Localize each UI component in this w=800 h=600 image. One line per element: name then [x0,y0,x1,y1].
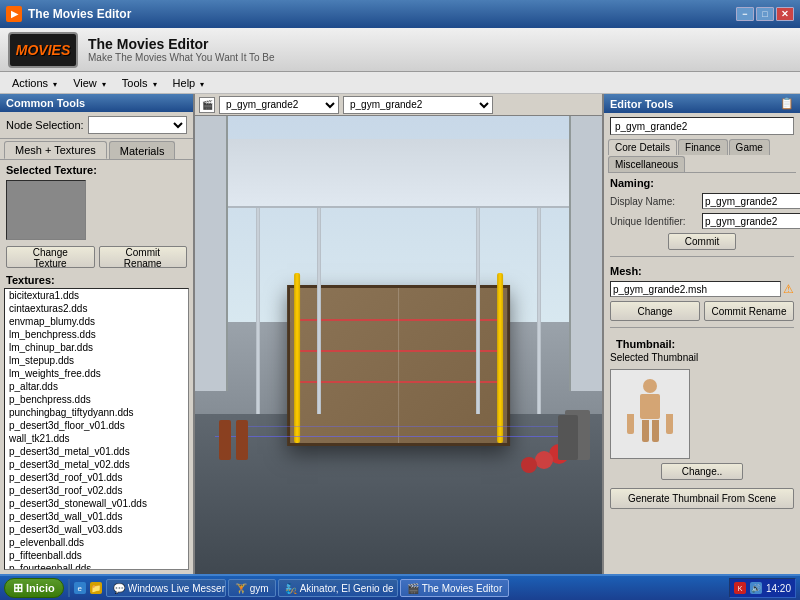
thumbnail-change-button[interactable]: Change.. [661,463,744,480]
texture-list-item[interactable]: p_desert3d_floor_v01.dds [5,419,188,432]
editor-search-input[interactable] [610,117,794,135]
texture-list-item[interactable]: p_desert3d_roof_v02.dds [5,484,188,497]
viewport-dropdown2[interactable]: p_gym_grande2 [343,96,493,114]
texture-list-item[interactable]: p_desert3d_metal_v01.dds [5,445,188,458]
texture-preview [6,180,86,240]
taskbar-item-messenger[interactable]: 💬 Windows Live Messen... [106,579,226,597]
texture-list-item[interactable]: p_desert3d_stonewall_v01.dds [5,497,188,510]
logo-text: MOVIES [16,42,70,58]
texture-list-item[interactable]: p_altar.dds [5,380,188,393]
texture-list-item[interactable]: bicitextura1.dds [5,289,188,302]
menu-view[interactable]: View ▾ [65,75,114,91]
tab-core-details[interactable]: Core Details [608,139,677,155]
naming-section-header: Naming: [604,173,800,191]
left-tabs-area: Mesh + Textures Materials [0,139,193,160]
commit-rename-texture-button[interactable]: CommitRename [99,246,188,268]
editor-tools-label: Editor Tools [610,98,673,110]
char-arm-left [627,414,634,434]
maximize-button[interactable]: □ [756,7,774,21]
taskbar-item-akinator-label: Akinator, El Genio de ... [300,583,398,594]
unique-id-row: Unique Identifier: ⚠ [604,211,800,231]
taskbar-clock: 14:20 [766,583,791,594]
app-subtitle: Make The Movies What You Want It To Be [88,52,275,63]
tray-kaspersky-icon: K [734,582,746,594]
menu-actions[interactable]: Actions ▾ [4,75,65,91]
texture-list-item[interactable]: lm_weights_free.dds [5,367,188,380]
system-tray: K 🔊 14:20 [729,578,796,598]
app-logo: MOVIES [8,32,78,68]
texture-list-item[interactable]: p_desert3d_wall_v03.dds [5,523,188,536]
mesh-commit-rename-button[interactable]: Commit Rename [704,301,794,321]
mesh-divider [610,327,794,328]
minimize-button[interactable]: − [736,7,754,21]
quicklaunch-folder-icon[interactable]: 📁 [90,582,102,594]
taskbar-item-messenger-icon: 💬 [113,583,125,594]
texture-list-item[interactable]: cintaexturas2.dds [5,302,188,315]
texture-list[interactable]: bicitextura1.ddscintaexturas2.ddsenvmap_… [4,288,189,570]
unique-id-input[interactable] [702,213,800,229]
char-arm-right [666,414,673,434]
display-name-input[interactable] [702,193,800,209]
window-controls: − □ ✕ [736,7,794,21]
char-torso [635,394,665,419]
texture-list-item[interactable]: p_desert3d_roof_v01.dds [5,471,188,484]
start-button[interactable]: ⊞ Inicio [4,578,64,598]
naming-commit-button[interactable]: Commit [668,233,736,250]
menu-help[interactable]: Help ▾ [165,75,213,91]
taskbar-item-gym-label: gym [250,583,269,594]
editor-tabs: Core Details Finance Game Miscellaneous [604,139,800,172]
right-panel: Editor Tools 📋 Core Details Finance Game… [602,94,800,574]
taskbar: ⊞ Inicio e 📁 💬 Windows Live Messen... 🏋 … [0,574,800,600]
texture-list-item[interactable]: p_fifteenball.dds [5,549,188,562]
selected-thumbnail-label: Selected Thumbnail [610,352,794,365]
scene-view [195,116,602,574]
change-texture-button[interactable]: ChangeTexture [6,246,95,268]
texture-list-item[interactable]: p_benchpress.dds [5,393,188,406]
right-panel-header: Editor Tools 📋 [604,94,800,113]
texture-list-item[interactable]: lm_benchpress.dds [5,328,188,341]
mesh-input[interactable] [610,281,781,297]
mesh-section-header: Mesh: [604,261,800,279]
left-panel-header: Common Tools [0,94,193,112]
texture-list-item[interactable]: punchingbag_tiftydyann.dds [5,406,188,419]
app-title: The Movies Editor [88,36,275,52]
texture-list-item[interactable]: p_desert3d_metal_v02.dds [5,458,188,471]
windows-logo-icon: ⊞ [13,581,23,595]
texture-list-item[interactable]: p_desert3d_wall_v01.dds [5,510,188,523]
naming-divider [610,256,794,257]
app-icon: ▶ [6,6,22,22]
texture-list-item[interactable]: envmap_blumy.dds [5,315,188,328]
texture-list-item[interactable]: wall_tk21.dds [5,432,188,445]
tab-mesh-textures[interactable]: Mesh + Textures [4,141,107,159]
viewport-dropdown1[interactable]: p_gym_grande2 [219,96,339,114]
texture-list-item[interactable]: lm_chinup_bar.dds [5,341,188,354]
node-selection-dropdown[interactable] [88,116,187,134]
texture-list-item[interactable]: p_fourteenball.dds [5,562,188,570]
node-selection-label: Node Selection: [6,119,84,131]
tray-volume-icon[interactable]: 🔊 [750,582,762,594]
taskbar-item-movies-label: The Movies Editor [422,583,503,594]
taskbar-item-akinator[interactable]: 🧞 Akinator, El Genio de ... [278,579,398,597]
generate-thumbnail-button[interactable]: Generate Thumbnail From Scene [610,488,794,509]
viewport-icon: 🎬 [199,97,215,113]
taskbar-item-gym[interactable]: 🏋 gym [228,579,276,597]
common-tools-label: Common Tools [6,97,85,109]
texture-list-item[interactable]: p_elevenball.dds [5,536,188,549]
mesh-warning-icon[interactable]: ⚠ [783,282,794,296]
quicklaunch-ie-icon[interactable]: e [74,582,86,594]
tab-miscellaneous[interactable]: Miscellaneous [608,156,685,172]
tab-game[interactable]: Game [729,139,770,155]
texture-list-item[interactable]: lm_stepup.dds [5,354,188,367]
thumbnail-section-header: Thumbnail: [610,334,794,352]
mesh-change-button[interactable]: Change [610,301,700,321]
tab-materials[interactable]: Materials [109,141,176,159]
taskbar-item-movies-icon: 🎬 [407,583,419,594]
textures-label: Textures: [0,272,193,288]
close-button[interactable]: ✕ [776,7,794,21]
tab-finance[interactable]: Finance [678,139,728,155]
start-label: Inicio [26,582,55,594]
menu-tools[interactable]: Tools ▾ [114,75,165,91]
char-head [643,379,657,393]
taskbar-item-movies-editor[interactable]: 🎬 The Movies Editor [400,579,510,597]
app-header: MOVIES The Movies Editor Make The Movies… [0,28,800,72]
